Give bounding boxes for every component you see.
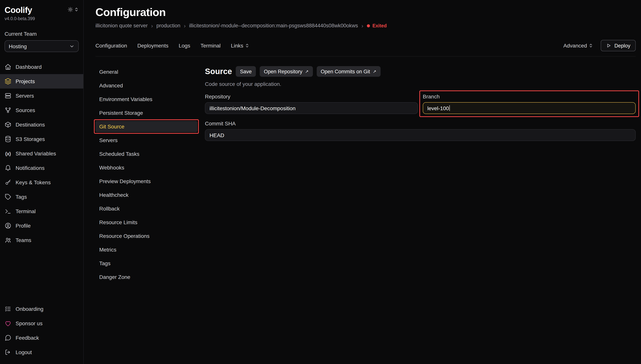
deploy-button[interactable]: Deploy [601, 40, 636, 51]
section-title: Source [205, 67, 232, 76]
sidebar-item-label: Projects [16, 78, 35, 84]
settings-item-preview-deployments[interactable]: Preview Deployments [96, 176, 197, 187]
terminal-icon [5, 208, 12, 215]
repository-label: Repository [205, 94, 418, 100]
commit-sha-field: Commit SHA [205, 120, 636, 141]
team-select[interactable]: Hosting [5, 40, 79, 52]
arrow-up-right-icon: ↗ [373, 69, 376, 74]
user-circle-icon [5, 222, 12, 229]
settings-item-persistent-storage[interactable]: Persistent Storage [96, 107, 197, 118]
repository-input[interactable] [205, 102, 418, 114]
tab-logs[interactable]: Logs [179, 42, 190, 49]
settings-item-rollback[interactable]: Rollback [96, 203, 197, 214]
status-dot-icon [367, 24, 370, 27]
server-icon [5, 92, 12, 99]
configuration-body: General Advanced Environment Variables P… [96, 66, 636, 285]
page-title: Configuration [96, 6, 636, 18]
git-branch-icon [5, 107, 12, 114]
sidebar-nav: Dashboard Projects Servers Sources [5, 60, 79, 247]
settings-item-advanced[interactable]: Advanced [96, 80, 197, 91]
source-form: Repository Branch level-100 Commit SHA [205, 94, 636, 141]
sidebar-item-terminal[interactable]: Terminal [0, 204, 83, 218]
sidebar-item-projects[interactable]: Projects [0, 74, 83, 88]
settings-item-healthcheck[interactable]: Healthcheck [96, 189, 197, 200]
settings-menu: General Advanced Environment Variables P… [96, 66, 197, 285]
logout-icon [5, 349, 12, 356]
settings-item-scheduled-tasks[interactable]: Scheduled Tasks [96, 148, 197, 160]
tab-links[interactable]: Links [231, 42, 249, 49]
repository-field: Repository [205, 94, 418, 114]
sidebar-item-label: Shared Variables [16, 150, 56, 156]
resource-tabbar: Configuration Deployments Logs Terminal … [96, 40, 636, 56]
chevrons-up-down-icon [245, 43, 249, 48]
sidebar-item-label: Tags [16, 194, 27, 200]
sidebar-item-feedback[interactable]: Feedback [0, 330, 83, 345]
open-commits-button[interactable]: Open Commits on Git ↗ [317, 66, 380, 77]
variable-icon: (x) [5, 150, 12, 157]
breadcrumb-project[interactable]: illicitonion quote server [96, 23, 148, 28]
sidebar-item-label: Onboarding [16, 306, 43, 312]
sidebar-item-servers[interactable]: Servers [0, 88, 83, 103]
brand-row: Coolify [5, 5, 79, 15]
tab-deployments[interactable]: Deployments [138, 42, 168, 49]
settings-item-metrics[interactable]: Metrics [96, 244, 197, 255]
sidebar-item-tags[interactable]: Tags [0, 190, 83, 204]
settings-item-resource-operations[interactable]: Resource Operations [96, 230, 197, 242]
sidebar-item-label: Sources [16, 107, 35, 113]
container-icon [5, 121, 12, 128]
source-header: Source Save Open Repository ↗ Open Commi… [205, 66, 636, 77]
status-badge: Exited [367, 23, 387, 28]
sidebar-item-label: Logout [16, 349, 32, 355]
commit-sha-input[interactable] [205, 129, 636, 141]
sidebar-item-label: Notifications [16, 165, 45, 171]
tab-terminal[interactable]: Terminal [201, 42, 221, 49]
settings-item-general[interactable]: General [96, 66, 197, 78]
settings-item-tags[interactable]: Tags [96, 258, 197, 269]
chevron-down-icon [69, 44, 75, 49]
theme-toggle[interactable] [68, 7, 79, 12]
sidebar-item-destinations[interactable]: Destinations [0, 118, 83, 132]
sidebar-item-onboarding[interactable]: Onboarding [0, 302, 83, 316]
sidebar-item-keys-tokens[interactable]: Keys & Tokens [0, 175, 83, 190]
sidebar-item-teams[interactable]: Teams [0, 233, 83, 247]
settings-item-webhooks[interactable]: Webhooks [96, 162, 197, 173]
message-icon [5, 334, 12, 341]
breadcrumb-resource[interactable]: illicitestonion/-module--decomposition:m… [189, 23, 358, 28]
open-repository-button[interactable]: Open Repository ↗ [260, 66, 313, 77]
breadcrumb-environment[interactable]: production [157, 23, 180, 28]
database-icon [5, 136, 12, 142]
sidebar-item-dashboard[interactable]: Dashboard [0, 60, 83, 74]
heart-icon [5, 320, 12, 327]
advanced-dropdown[interactable]: Advanced [563, 42, 593, 49]
play-icon [606, 43, 611, 48]
sidebar-item-sources[interactable]: Sources [0, 103, 83, 118]
tab-configuration[interactable]: Configuration [96, 42, 127, 49]
tag-icon [5, 194, 12, 200]
breadcrumb: illicitonion quote server › production ›… [96, 23, 636, 28]
sidebar-item-sponsor[interactable]: Sponsor us [0, 316, 83, 330]
branch-label: Branch [423, 94, 636, 100]
branch-input[interactable]: level-100 [423, 102, 636, 114]
sidebar-item-label: Keys & Tokens [16, 179, 51, 186]
sidebar-item-logout[interactable]: Logout [0, 345, 83, 360]
settings-item-environment-variables[interactable]: Environment Variables [96, 94, 197, 105]
settings-item-danger-zone[interactable]: Danger Zone [96, 271, 197, 283]
sidebar-item-shared-variables[interactable]: (x) Shared Variables [0, 146, 83, 161]
sidebar-item-s3-storages[interactable]: S3 Storages [0, 132, 83, 146]
layers-icon [5, 78, 12, 85]
coolify-app: Coolify v4.0.0-beta.399 Current Team Hos… [0, 0, 641, 364]
branch-field: Branch level-100 [423, 94, 636, 114]
sidebar-item-notifications[interactable]: Notifications [0, 161, 83, 175]
settings-item-label: Git Source [99, 124, 124, 130]
settings-item-servers[interactable]: Servers [96, 134, 197, 146]
chevron-right-icon: › [361, 23, 363, 28]
sidebar-item-profile[interactable]: Profile [0, 218, 83, 233]
settings-item-resource-limits[interactable]: Resource Limits [96, 216, 197, 228]
key-icon [5, 179, 12, 186]
users-icon [5, 237, 12, 244]
main-area: Configuration illicitonion quote server … [84, 0, 641, 364]
sidebar-item-label: Servers [16, 93, 34, 99]
bell-icon [5, 164, 12, 171]
save-button[interactable]: Save [236, 66, 256, 77]
settings-item-git-source[interactable]: Git Source [96, 121, 197, 132]
